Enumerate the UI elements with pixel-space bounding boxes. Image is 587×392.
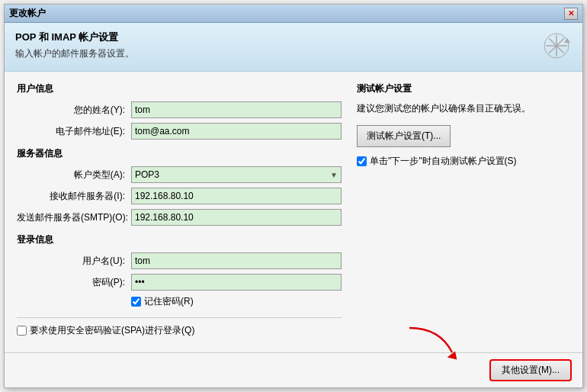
main-content: 用户信息 您的姓名(Y): 电子邮件地址(E): 服务器信息 帐户类型(A): …: [5, 72, 582, 352]
spa-label: 要求使用安全密码验证(SPA)进行登录(Q): [30, 324, 194, 337]
dropdown-arrow-icon: ▼: [330, 171, 338, 179]
other-settings-button[interactable]: 其他设置(M)...: [489, 359, 572, 381]
email-row: 电子邮件地址(E):: [17, 123, 342, 140]
header-title: POP 和 IMAP 帐户设置: [15, 31, 134, 44]
remember-password-label: 记住密码(R): [144, 295, 194, 308]
account-type-select[interactable]: POP3 ▼: [131, 166, 342, 183]
right-panel: 测试帐户设置 建议您测试您的帐户以确保条目正确无误。 测试帐户设置(T)... …: [357, 82, 570, 342]
name-input[interactable]: [131, 101, 342, 118]
svg-marker-5: [564, 38, 570, 43]
username-row: 用户名(U):: [17, 252, 342, 269]
name-label: 您的姓名(Y):: [17, 104, 131, 117]
login-info-title: 登录信息: [17, 233, 342, 246]
incoming-server-row: 接收邮件服务器(I):: [17, 188, 342, 204]
svg-marker-6: [447, 351, 457, 359]
password-input[interactable]: [131, 274, 342, 291]
account-type-label: 帐户类型(A):: [17, 169, 131, 182]
remember-password-row: 记住密码(R): [131, 295, 342, 313]
email-label: 电子邮件地址(E):: [17, 125, 131, 138]
outgoing-server-row: 发送邮件服务器(SMTP)(O):: [17, 209, 342, 226]
title-controls: ✕: [564, 8, 578, 20]
header-icon: [541, 31, 572, 61]
username-input[interactable]: [131, 252, 342, 269]
incoming-server-input[interactable]: [131, 188, 342, 204]
remember-password-checkbox-row: 记住密码(R): [131, 295, 194, 308]
test-account-button[interactable]: 测试帐户设置(T)...: [357, 125, 451, 147]
server-info-title: 服务器信息: [17, 147, 342, 160]
remember-password-checkbox[interactable]: [131, 297, 141, 307]
main-window: 更改帐户 ✕ POP 和 IMAP 帐户设置 输入帐户的邮件服务器设置。 用户信: [4, 4, 583, 388]
auto-test-checkbox[interactable]: [357, 156, 367, 166]
outgoing-server-label: 发送邮件服务器(SMTP)(O):: [17, 211, 131, 224]
password-label: 密码(P):: [17, 276, 131, 289]
window-title: 更改帐户: [9, 7, 46, 20]
username-label: 用户名(U):: [17, 255, 131, 268]
account-type-row: 帐户类型(A): POP3 ▼: [17, 166, 342, 183]
test-panel-description: 建议您测试您的帐户以确保条目正确无误。: [357, 101, 570, 116]
title-bar: 更改帐户 ✕: [5, 5, 582, 23]
close-button[interactable]: ✕: [564, 8, 578, 20]
auto-test-checkbox-row: 单击"下一步"时自动测试帐户设置(S): [357, 155, 570, 168]
email-input[interactable]: [131, 123, 342, 140]
name-row: 您的姓名(Y):: [17, 101, 342, 118]
arrow-icon: [403, 320, 464, 366]
header-text: POP 和 IMAP 帐户设置 输入帐户的邮件服务器设置。: [15, 31, 134, 60]
incoming-server-label: 接收邮件服务器(I):: [17, 190, 131, 203]
footer: 其他设置(M)...: [5, 352, 582, 387]
user-info-title: 用户信息: [17, 82, 342, 95]
test-panel-title: 测试帐户设置: [357, 82, 570, 95]
spa-row: 要求使用安全密码验证(SPA)进行登录(Q): [17, 324, 342, 337]
left-panel: 用户信息 您的姓名(Y): 电子邮件地址(E): 服务器信息 帐户类型(A): …: [17, 82, 342, 342]
header-subtitle: 输入帐户的邮件服务器设置。: [15, 47, 134, 60]
password-row: 密码(P):: [17, 274, 342, 291]
account-type-value: POP3: [135, 169, 159, 180]
outgoing-server-input[interactable]: [131, 209, 342, 226]
auto-test-label: 单击"下一步"时自动测试帐户设置(S): [370, 155, 517, 168]
spa-checkbox[interactable]: [17, 326, 27, 336]
header-panel: POP 和 IMAP 帐户设置 输入帐户的邮件服务器设置。: [5, 23, 582, 72]
